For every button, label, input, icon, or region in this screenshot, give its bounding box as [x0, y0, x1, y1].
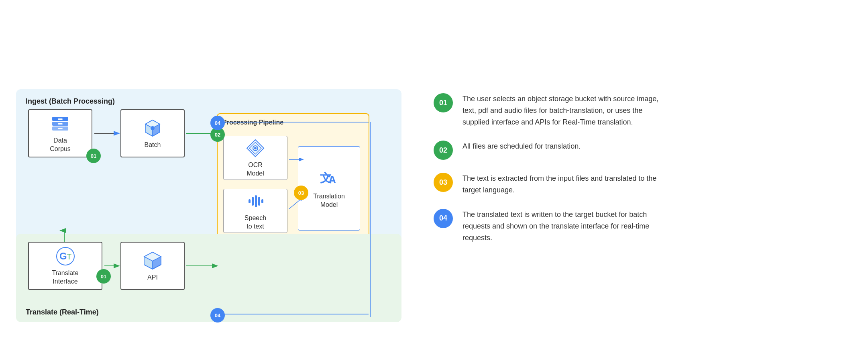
svg-rect-18 [258, 197, 260, 206]
svg-rect-17 [255, 195, 257, 207]
legend-text-04: The translated text is written to the ta… [463, 209, 671, 243]
ocr-model-label: OCRModel [247, 161, 264, 178]
ingest-section: Ingest (Batch Processing) DataCorpus [16, 89, 401, 258]
legend-badge-01: 01 [434, 93, 453, 112]
legend-badge-03: 03 [434, 173, 453, 192]
batch-icon [142, 118, 163, 139]
svg-rect-4 [58, 123, 63, 125]
translation-icon: 文 A [319, 167, 340, 188]
svg-rect-15 [249, 199, 251, 203]
badge-04-top: 04 [210, 116, 225, 130]
svg-rect-5 [58, 128, 63, 129]
svg-rect-16 [252, 197, 254, 206]
badge-04-bottom: 04 [210, 308, 225, 323]
diagram-area: Ingest (Batch Processing) DataCorpus [16, 89, 410, 258]
pipeline-label: Processing Pipeline [222, 119, 364, 126]
translate-interface-icon: G T [55, 246, 76, 267]
legend-text-01: The user selects an object storage bucke… [463, 93, 671, 128]
translate-interface-box: G T TranslateInterface [28, 242, 102, 290]
data-corpus-box: DataCorpus [28, 109, 92, 157]
speech-icon [245, 191, 266, 212]
ingest-label: Ingest (Batch Processing) [26, 97, 392, 106]
ocr-model-box: OCRModel [223, 136, 287, 180]
badge-01-ingest: 01 [86, 149, 101, 163]
svg-text:G: G [59, 251, 67, 261]
legend-text-03: The text is extracted from the input fil… [463, 173, 671, 196]
api-icon [142, 250, 163, 271]
svg-point-14 [254, 147, 257, 149]
batch-label: Batch [145, 141, 161, 149]
api-label: API [147, 274, 158, 282]
ocr-icon [245, 138, 266, 159]
translate-interface-label: TranslateInterface [52, 269, 78, 286]
svg-text:T: T [67, 252, 71, 261]
legend-badge-04: 04 [434, 209, 453, 228]
legend-item-04: 04 The translated text is written to the… [434, 209, 852, 243]
speech-to-text-label: Speechto text [245, 214, 266, 231]
svg-rect-3 [58, 118, 63, 120]
api-box: API [120, 242, 185, 290]
badge-01-translate: 01 [96, 269, 111, 284]
translate-label: Translate (Real-Time) [26, 308, 99, 316]
legend-item-02: 02 All files are scheduled for translati… [434, 141, 852, 160]
data-corpus-icon [50, 113, 71, 134]
translate-section: G T TranslateInterface 01 [16, 234, 401, 322]
batch-box: Batch [120, 109, 185, 157]
translation-model-box: 文 A TranslationModel [298, 146, 360, 231]
svg-rect-19 [261, 199, 263, 203]
data-corpus-label: DataCorpus [50, 137, 71, 153]
legend-area: 01 The user selects an object storage bu… [434, 89, 852, 243]
legend-item-01: 01 The user selects an object storage bu… [434, 93, 852, 128]
svg-point-10 [151, 126, 155, 130]
translation-model-label: TranslationModel [313, 192, 345, 209]
speech-to-text-box: Speechto text [223, 189, 287, 233]
legend-text-02: All files are scheduled for translation. [463, 141, 581, 152]
legend-badge-02: 02 [434, 141, 453, 160]
legend-item-03: 03 The text is extracted from the input … [434, 173, 852, 196]
badge-03-pipeline: 03 [294, 186, 308, 200]
main-container: Ingest (Batch Processing) DataCorpus [16, 89, 852, 258]
